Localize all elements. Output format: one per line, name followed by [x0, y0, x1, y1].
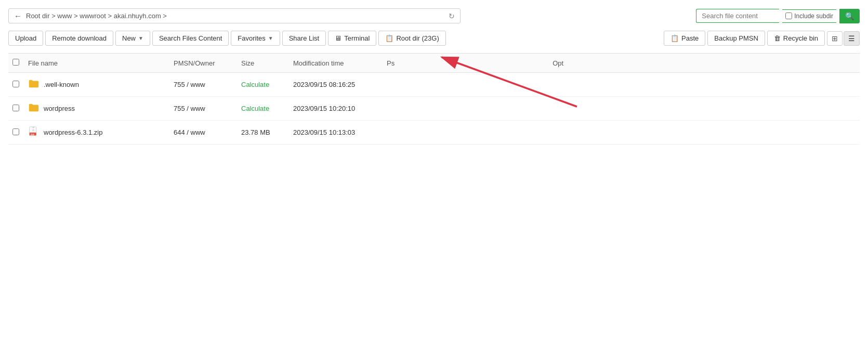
table-row: wordpress755 / wwwCalculate2023/09/15 10…	[8, 97, 860, 121]
backup-pmsn-button[interactable]: Backup PMSN	[707, 31, 765, 46]
size-cell[interactable]: Calculate	[237, 97, 289, 121]
file-name-cell: wordpress	[28, 102, 165, 115]
ps-cell	[383, 73, 414, 97]
search-file-input[interactable]	[696, 9, 779, 23]
include-subdir-label[interactable]: Include subdir	[782, 9, 836, 23]
mod-time-header: Modification time	[289, 54, 383, 73]
path-text: Root dir > www > wwwroot > akai.nhuyh.co…	[26, 12, 444, 20]
favorites-button[interactable]: Favorites ▼	[231, 31, 280, 46]
new-dropdown-arrow: ▼	[138, 35, 143, 41]
recycle-bin-icon: 🗑	[774, 34, 781, 42]
new-label: New	[122, 34, 136, 42]
row-checkbox[interactable]	[12, 105, 19, 111]
new-button[interactable]: New ▼	[115, 31, 150, 46]
pmsn-cell: 644 / www	[169, 121, 237, 145]
paste-label: Paste	[681, 34, 699, 42]
root-dir-icon: 📋	[385, 34, 393, 42]
root-dir-button[interactable]: 📋 Root dir (23G)	[378, 31, 445, 46]
terminal-icon: 🖥	[335, 34, 341, 42]
calculate-link[interactable]: Calculate	[241, 105, 269, 112]
svg-rect-5	[32, 130, 34, 131]
calculate-link[interactable]: Calculate	[241, 81, 269, 88]
file-name-link[interactable]: wordpress-6.3.1.zip	[44, 128, 102, 136]
empty-cell	[414, 121, 548, 145]
ps-cell	[383, 97, 414, 121]
opt-cell	[548, 73, 860, 97]
search-files-content-button[interactable]: Search Files Content	[152, 31, 229, 46]
share-list-button[interactable]: Share List	[282, 31, 326, 46]
opt-header: Opt	[548, 54, 860, 73]
svg-text:ZIP: ZIP	[31, 134, 34, 136]
row-checkbox[interactable]	[12, 81, 19, 87]
select-all-checkbox[interactable]	[12, 59, 19, 66]
favorites-label: Favorites	[238, 34, 265, 42]
ps-header: Ps	[383, 54, 414, 73]
select-all-header	[8, 54, 24, 73]
search-icon: 🔍	[845, 12, 854, 20]
row-checkbox[interactable]	[12, 128, 19, 135]
include-subdir-text: Include subdir	[794, 12, 833, 20]
svg-rect-4	[32, 128, 34, 130]
list-view-button[interactable]: ☰	[844, 31, 860, 46]
file-name-link[interactable]: wordpress	[44, 105, 75, 112]
pmsn-cell: 755 / www	[169, 73, 237, 97]
pmsn-cell: 755 / www	[169, 97, 237, 121]
size-cell[interactable]: Calculate	[237, 73, 289, 97]
mod-time-cell: 2023/09/15 08:16:25	[289, 73, 383, 97]
empty-cell	[414, 73, 548, 97]
file-table: File name PMSN/Owner Size Modification t…	[8, 53, 860, 145]
toolbar: Upload Remote download New ▼ Search File…	[8, 31, 860, 46]
refresh-button[interactable]: ↻	[449, 12, 455, 20]
mod-time-cell: 2023/09/15 10:20:10	[289, 97, 383, 121]
back-button[interactable]: ←	[14, 11, 22, 20]
search-file-area: Include subdir 🔍	[696, 9, 860, 23]
search-button[interactable]: 🔍	[839, 9, 860, 23]
address-bar[interactable]: ← Root dir > www > wwwroot > akai.nhuyh.…	[8, 8, 461, 23]
grid-view-button[interactable]: ⊞	[827, 31, 843, 46]
paste-button[interactable]: 📋 Paste	[664, 31, 705, 46]
folder-icon	[28, 102, 40, 115]
mod-time-cell: 2023/09/15 10:13:03	[289, 121, 383, 145]
paste-icon: 📋	[670, 34, 679, 42]
size-header: Size	[237, 54, 289, 73]
file-name-cell: .well-known	[28, 78, 165, 91]
favorites-dropdown-arrow: ▼	[268, 35, 273, 41]
upload-button[interactable]: Upload	[8, 31, 43, 46]
svg-rect-3	[32, 127, 34, 128]
opt-cell	[548, 121, 860, 145]
remote-download-button[interactable]: Remote download	[45, 31, 113, 46]
terminal-button[interactable]: 🖥 Terminal	[328, 31, 376, 46]
folder-icon	[28, 78, 40, 91]
empty-cell	[414, 97, 548, 121]
file-name-link[interactable]: .well-known	[44, 81, 79, 88]
file-name-cell: ZIP wordpress-6.3.1.zip	[28, 126, 165, 139]
recycle-bin-label: Recycle bin	[783, 34, 818, 42]
table-row: ZIP wordpress-6.3.1.zip644 / www23.78 MB…	[8, 121, 860, 145]
svg-rect-6	[32, 131, 34, 132]
ps-cell	[383, 121, 414, 145]
view-toggle: ⊞ ☰	[827, 31, 860, 46]
file-name-header: File name	[24, 54, 169, 73]
table-row: .well-known755 / wwwCalculate2023/09/15 …	[8, 73, 860, 97]
opt-cell	[548, 97, 860, 121]
zip-icon: ZIP	[28, 126, 40, 139]
root-dir-label: Root dir (23G)	[396, 34, 439, 42]
terminal-label: Terminal	[344, 34, 370, 42]
size-cell: 23.78 MB	[237, 121, 289, 145]
include-subdir-checkbox[interactable]	[785, 12, 792, 19]
pmsn-header: PMSN/Owner	[169, 54, 237, 73]
recycle-bin-button[interactable]: 🗑 Recycle bin	[767, 31, 825, 46]
